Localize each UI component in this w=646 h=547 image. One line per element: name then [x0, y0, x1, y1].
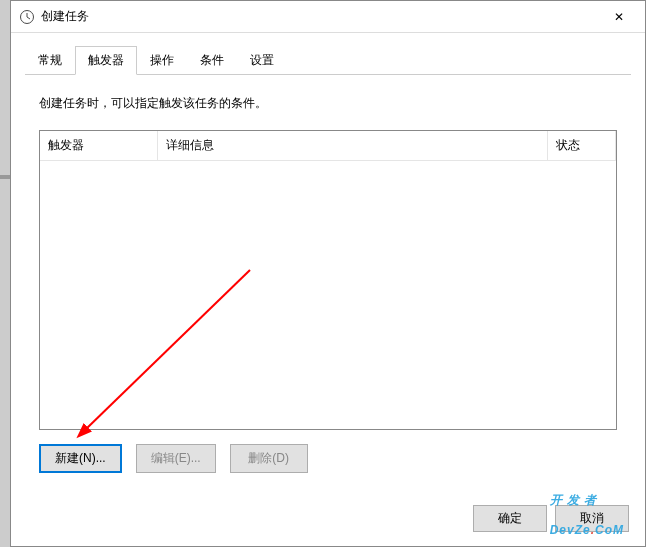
- tab-label: 操作: [150, 53, 174, 67]
- tab-settings[interactable]: 设置: [237, 46, 287, 75]
- triggers-list[interactable]: 触发器 详细信息 状态: [39, 130, 617, 430]
- col-header-status[interactable]: 状态: [548, 131, 616, 160]
- close-icon: ✕: [614, 10, 624, 24]
- new-button[interactable]: 新建(N)...: [39, 444, 122, 473]
- ok-button[interactable]: 确定: [473, 505, 547, 532]
- svg-line-2: [27, 17, 30, 19]
- help-text: 创建任务时，可以指定触发该任务的条件。: [39, 95, 617, 112]
- col-header-trigger[interactable]: 触发器: [40, 131, 158, 160]
- window-title: 创建任务: [41, 8, 596, 25]
- tab-strip: 常规 触发器 操作 条件 设置: [25, 45, 631, 75]
- delete-button: 删除(D): [230, 444, 308, 473]
- titlebar: 创建任务 ✕: [11, 1, 645, 33]
- clock-icon: [19, 9, 35, 25]
- list-header: 触发器 详细信息 状态: [40, 131, 616, 161]
- footer-buttons: 确定 取消: [473, 505, 629, 532]
- tab-conditions[interactable]: 条件: [187, 46, 237, 75]
- tabs-container: 常规 触发器 操作 条件 设置 创建任务时，可以指定触发该任务的条件。 触发器 …: [11, 33, 645, 487]
- tab-triggers[interactable]: 触发器: [75, 46, 137, 75]
- triggers-panel: 创建任务时，可以指定触发该任务的条件。 触发器 详细信息 状态 新建(N)...…: [25, 75, 631, 487]
- cancel-button[interactable]: 取消: [555, 505, 629, 532]
- close-button[interactable]: ✕: [596, 2, 641, 32]
- col-header-detail[interactable]: 详细信息: [158, 131, 548, 160]
- list-body: [40, 161, 616, 429]
- tab-label: 常规: [38, 53, 62, 67]
- tab-general[interactable]: 常规: [25, 46, 75, 75]
- tab-label: 设置: [250, 53, 274, 67]
- tab-label: 条件: [200, 53, 224, 67]
- button-row: 新建(N)... 编辑(E)... 删除(D): [39, 444, 617, 473]
- edit-button: 编辑(E)...: [136, 444, 216, 473]
- tab-label: 触发器: [88, 53, 124, 67]
- dialog-window: 创建任务 ✕ 常规 触发器 操作 条件 设置 创建任务时，可以指定触发该任务的条…: [10, 0, 646, 547]
- tab-actions[interactable]: 操作: [137, 46, 187, 75]
